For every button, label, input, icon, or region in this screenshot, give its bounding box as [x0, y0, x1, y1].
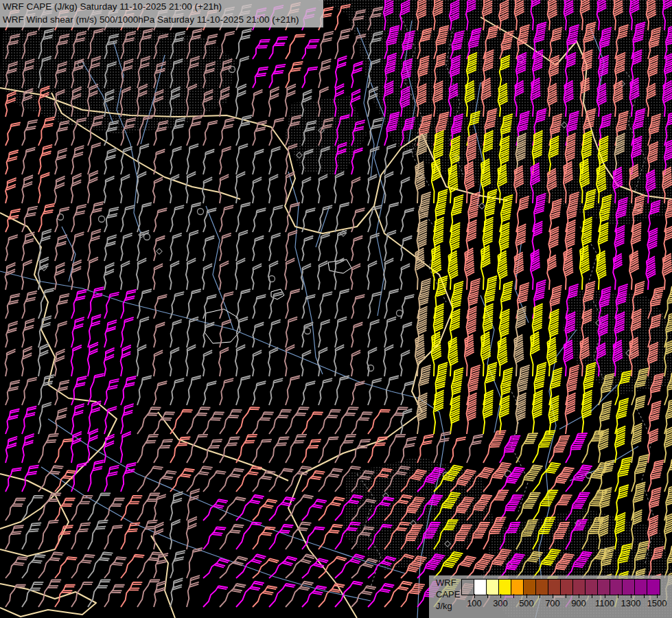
legend-unit-line-1: WRF — [436, 577, 460, 588]
legend-value: 500 — [515, 598, 538, 608]
legend-unit-line-2: CAPE — [436, 588, 460, 600]
legend-swatch — [499, 580, 511, 595]
legend-tick — [487, 594, 488, 598]
title-line-1: WRF CAPE (J/kg) Saturday 11-10-2025 21:0… — [3, 1, 323, 14]
legend-swatch — [647, 580, 660, 595]
legend-swatch — [487, 580, 499, 595]
legend-tick — [566, 594, 566, 598]
legend-value: 700 — [541, 598, 564, 608]
legend-tick — [540, 594, 540, 598]
map-canvas — [0, 0, 672, 618]
legend-unit-label: WRF CAPE J/kg — [436, 577, 460, 612]
legend-swatch — [474, 580, 487, 595]
weather-map-page: WRF CAPE (J/kg) Saturday 11-10-2025 21:0… — [0, 0, 672, 618]
legend-swatch — [573, 580, 586, 595]
legend-swatch — [635, 580, 647, 595]
legend-tick — [618, 594, 618, 598]
legend-swatch — [561, 580, 573, 595]
legend-value: 1100 — [593, 598, 616, 608]
legend-value: 300 — [489, 598, 512, 608]
legend-value: 1300 — [619, 598, 642, 608]
legend-colorbar — [461, 579, 660, 595]
legend-swatch — [586, 580, 598, 595]
legend-swatch — [623, 580, 635, 595]
cape-legend: WRF CAPE J/kg 10030050070090011001300150… — [429, 575, 672, 618]
legend-tick — [513, 594, 514, 598]
legend-swatch — [524, 580, 536, 595]
legend-tick — [644, 594, 645, 598]
legend-tick — [592, 594, 592, 598]
legend-swatch — [610, 580, 623, 595]
legend-swatch — [536, 580, 548, 595]
legend-swatch — [462, 580, 474, 595]
title-bar: WRF CAPE (J/kg) Saturday 11-10-2025 21:0… — [0, 0, 323, 27]
legend-value: 900 — [567, 598, 590, 608]
legend-unit-line-3: J/kg — [436, 600, 460, 612]
legend-swatch — [548, 580, 561, 595]
legend-value: 1500 — [645, 598, 669, 608]
legend-swatch — [598, 580, 610, 595]
legend-value: 100 — [463, 598, 486, 608]
legend-swatch — [511, 580, 524, 595]
title-line-2: WRF Wind shear (m/s) 500/1000hPa Saturda… — [3, 14, 323, 27]
